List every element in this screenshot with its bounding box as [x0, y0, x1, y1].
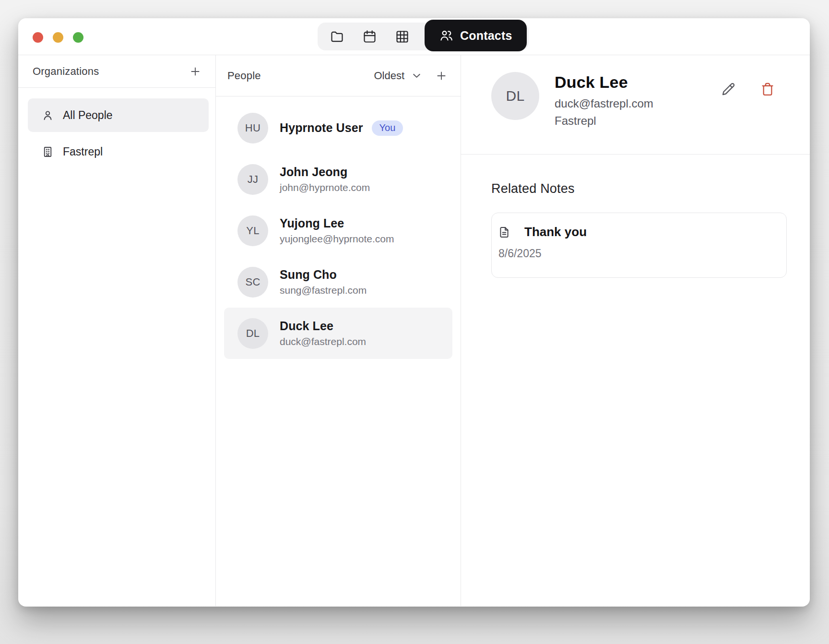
table-icon: [395, 29, 410, 44]
avatar: JJ: [237, 164, 268, 195]
contact-organization: Fastrepl: [555, 114, 653, 128]
people-list: HU Hyprnote User You JJ John Jeong john@…: [216, 96, 461, 359]
contact-detail-header: DL Duck Lee duck@fastrepl.com Fastrepl: [461, 55, 810, 155]
sort-dropdown-value: Oldest: [374, 70, 404, 82]
organizations-sidebar: Organizations All People: [18, 55, 216, 606]
avatar: YL: [237, 215, 268, 246]
person-icon: [41, 109, 54, 122]
avatar: HU: [237, 113, 268, 143]
window-titlebar: Contacts: [18, 18, 810, 55]
person-name: Sung Cho: [280, 268, 367, 282]
avatar: SC: [237, 267, 268, 298]
note-title: Thank you: [524, 225, 587, 239]
document-icon: [497, 226, 511, 239]
organizations-title: Organizations: [33, 65, 99, 78]
tab-calendar[interactable]: [353, 23, 386, 50]
sidebar-item-fastrepl[interactable]: Fastrepl: [28, 135, 209, 168]
person-name: Duck Lee: [280, 319, 366, 333]
person-name: Yujong Lee: [280, 216, 394, 230]
person-email: yujonglee@hyprnote.com: [280, 233, 394, 245]
person-row-duck-lee[interactable]: DL Duck Lee duck@fastrepl.com: [224, 308, 452, 359]
traffic-lights: [33, 32, 83, 43]
person-email: duck@fastrepl.com: [280, 336, 366, 347]
trash-icon: [759, 81, 776, 97]
you-badge: You: [372, 120, 403, 136]
folder-icon: [330, 29, 344, 44]
app-window: Contacts Organizations All People: [18, 18, 810, 607]
note-date: 8/6/2025: [498, 247, 774, 260]
minimize-window-button[interactable]: [53, 32, 63, 43]
pencil-icon: [720, 81, 736, 97]
add-organization-button[interactable]: [189, 65, 202, 78]
tab-table[interactable]: [386, 23, 418, 50]
plus-icon: [189, 65, 202, 78]
edit-contact-button[interactable]: [720, 81, 736, 97]
people-panel: People Oldest: [216, 55, 461, 606]
add-person-button[interactable]: [435, 69, 448, 83]
tab-notes[interactable]: [320, 23, 353, 50]
person-name: John Jeong: [280, 165, 370, 179]
tab-contacts[interactable]: Contacts: [425, 20, 527, 51]
sidebar-item-all-people[interactable]: All People: [28, 98, 209, 132]
related-notes-section: Related Notes Thank you 8/6/2025: [461, 155, 810, 278]
contact-email: duck@fastrepl.com: [555, 97, 653, 110]
people-header: People Oldest: [216, 55, 461, 96]
avatar: DL: [491, 72, 539, 120]
chevron-down-icon: [410, 69, 423, 82]
organizations-header: Organizations: [18, 55, 215, 88]
contact-detail-panel: DL Duck Lee duck@fastrepl.com Fastrepl: [461, 55, 810, 606]
person-row-sung-cho[interactable]: SC Sung Cho sung@fastrepl.com: [224, 256, 452, 308]
contact-name: Duck Lee: [555, 73, 653, 92]
person-email: sung@fastrepl.com: [280, 285, 367, 296]
person-row-john-jeong[interactable]: JJ John Jeong john@hyprnote.com: [224, 154, 452, 205]
close-window-button[interactable]: [33, 32, 43, 43]
people-title: People: [227, 70, 261, 82]
avatar: DL: [237, 318, 268, 349]
users-icon: [439, 28, 453, 43]
person-name: Hyprnote User: [280, 121, 363, 135]
sidebar-item-label: All People: [63, 109, 113, 122]
organizations-list: All People Fastrepl: [18, 88, 215, 168]
sidebar-item-label: Fastrepl: [63, 145, 103, 158]
note-card-thank-you[interactable]: Thank you 8/6/2025: [491, 213, 787, 278]
sort-dropdown[interactable]: Oldest: [374, 69, 423, 82]
person-row-yujong-lee[interactable]: YL Yujong Lee yujonglee@hyprnote.com: [224, 205, 452, 256]
related-notes-title: Related Notes: [491, 181, 787, 196]
contacts-tab-label: Contacts: [460, 29, 512, 43]
person-email: john@hyprnote.com: [280, 182, 370, 193]
delete-contact-button[interactable]: [759, 81, 776, 97]
calendar-icon: [362, 29, 377, 44]
person-row-hyprnote-user[interactable]: HU Hyprnote User You: [224, 102, 452, 154]
building-icon: [41, 145, 54, 158]
plus-icon: [435, 69, 448, 83]
zoom-window-button[interactable]: [73, 32, 83, 43]
